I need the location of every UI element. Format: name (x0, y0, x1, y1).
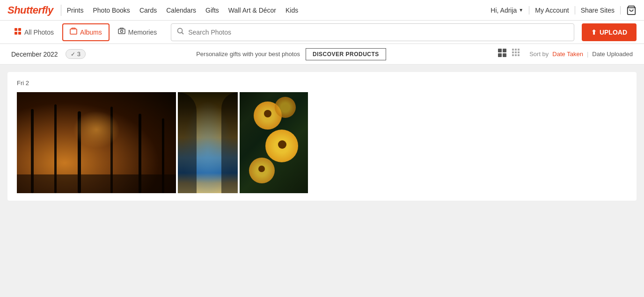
nav-link-photo-books[interactable]: Photo Books (93, 7, 130, 14)
tab-all-photos[interactable]: All Photos (7, 21, 60, 44)
tab-memories[interactable]: Memories (111, 21, 163, 44)
nav-divider-3 (575, 6, 575, 14)
tab-all-photos-label: All Photos (24, 29, 54, 36)
photos-grid (17, 92, 627, 193)
tab-albums[interactable]: Albums (62, 23, 110, 41)
svg-rect-13 (503, 53, 506, 57)
nav-link-wall-art[interactable]: Wall Art & Décor (228, 7, 276, 14)
sort-label: Sort by (529, 51, 549, 58)
secondary-nav: All Photos Albums Memories ⬆ UPLOAD (0, 21, 644, 44)
top-nav: Shutterfly Prints Photo Books Cards Cale… (0, 0, 644, 21)
svg-point-7 (120, 30, 123, 32)
svg-rect-18 (515, 51, 517, 53)
svg-rect-16 (518, 49, 520, 51)
nav-link-kids[interactable]: Kids (285, 7, 298, 14)
photo-forest[interactable] (17, 92, 176, 193)
memories-icon (118, 28, 125, 37)
nav-link-gifts[interactable]: Gifts (205, 7, 219, 14)
nav-link-prints[interactable]: Prints (67, 7, 84, 14)
nav-links: Prints Photo Books Cards Calendars Gifts… (67, 7, 491, 14)
sort-divider: | (587, 51, 588, 58)
logo[interactable]: Shutterfly (7, 4, 53, 16)
svg-line-9 (182, 32, 184, 34)
nav-divider-4 (620, 6, 621, 14)
nav-divider (61, 5, 61, 16)
svg-rect-12 (498, 53, 502, 57)
svg-rect-5 (70, 29, 77, 34)
check-icon: ✓ (71, 51, 75, 58)
all-photos-icon (14, 28, 22, 37)
nav-right: Hi, Adrija ▼ My Account Share Sites (490, 5, 637, 15)
count-badge[interactable]: ✓ 3 (66, 49, 86, 59)
month-label: December 2022 (11, 51, 58, 58)
discover-products-button[interactable]: DISCOVER PRODUCTS (306, 48, 386, 60)
photo-cave[interactable] (178, 92, 238, 193)
user-greeting[interactable]: Hi, Adrija ▼ (490, 7, 523, 14)
share-sites-link[interactable]: Share Sites (581, 7, 615, 14)
discover-section: Personalize gifts with your best photos … (93, 48, 489, 60)
view-controls (497, 47, 522, 61)
nav-link-calendars[interactable]: Calendars (166, 7, 196, 14)
search-input[interactable] (188, 29, 568, 36)
svg-rect-22 (518, 54, 520, 56)
photo-group: Fri 2 (7, 72, 637, 201)
svg-rect-1 (15, 28, 17, 31)
svg-rect-14 (512, 49, 514, 51)
svg-rect-17 (512, 51, 514, 53)
sort-date-uploaded[interactable]: Date Uploaded (592, 51, 633, 58)
main-content: Fri 2 (0, 65, 644, 297)
discover-text: Personalize gifts with your best photos (196, 51, 300, 58)
svg-rect-15 (515, 49, 517, 51)
svg-rect-4 (18, 32, 21, 35)
cart-icon[interactable] (626, 5, 637, 15)
svg-rect-21 (515, 54, 517, 56)
upload-arrow-icon: ⬆ (591, 29, 597, 36)
svg-rect-20 (512, 54, 514, 56)
photo-flowers[interactable] (240, 92, 308, 193)
grid-view-small-button[interactable] (511, 47, 522, 61)
nav-link-cards[interactable]: Cards (139, 7, 157, 14)
albums-icon (70, 28, 77, 37)
svg-rect-19 (518, 51, 520, 53)
svg-rect-10 (498, 49, 502, 52)
search-bar[interactable] (171, 23, 574, 41)
group-date: Fri 2 (17, 80, 627, 87)
svg-rect-11 (503, 49, 506, 52)
svg-rect-3 (15, 32, 17, 35)
tab-albums-label: Albums (80, 29, 102, 36)
sort-section: Sort by Date Taken | Date Uploaded (529, 51, 633, 58)
toolbar: December 2022 ✓ 3 Personalize gifts with… (0, 44, 644, 65)
sort-date-taken[interactable]: Date Taken (552, 51, 583, 58)
my-account-link[interactable]: My Account (535, 7, 569, 14)
upload-button-label: UPLOAD (600, 29, 627, 36)
upload-button[interactable]: ⬆ UPLOAD (582, 23, 637, 41)
photo-count: 3 (77, 51, 80, 58)
svg-rect-6 (118, 29, 125, 34)
grid-view-large-button[interactable] (497, 47, 508, 61)
search-icon (177, 28, 184, 37)
svg-point-8 (178, 28, 183, 33)
tab-memories-label: Memories (128, 29, 157, 36)
nav-divider-2 (529, 6, 529, 14)
svg-rect-2 (18, 28, 21, 31)
